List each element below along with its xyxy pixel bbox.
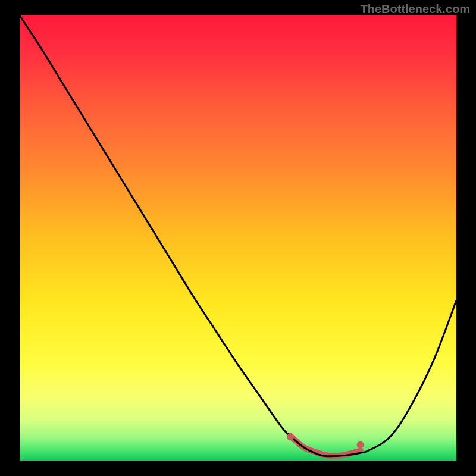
watermark-text: TheBottleneck.com xyxy=(361,2,470,16)
chart-plot-area xyxy=(20,15,456,461)
chart-marker xyxy=(357,441,364,449)
chart-marker xyxy=(287,433,294,440)
chart-curve xyxy=(20,15,456,456)
chart-curve-layer xyxy=(20,15,456,461)
